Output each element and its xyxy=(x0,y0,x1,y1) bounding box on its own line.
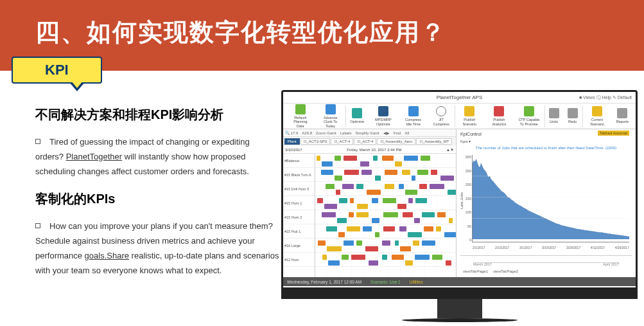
gantt-bar[interactable] xyxy=(436,226,441,231)
toolbar-refresh-planning-data[interactable]: Refresh Planning Data xyxy=(286,104,316,127)
gantt-bar[interactable] xyxy=(372,218,379,223)
gantt-bar[interactable] xyxy=(344,156,357,161)
gantt-bar[interactable] xyxy=(326,226,337,231)
gantt-bar[interactable] xyxy=(335,176,342,181)
gantt-bar[interactable] xyxy=(382,240,390,246)
tab-item[interactable]: O_Assembly_Aero xyxy=(377,138,415,145)
gantt-bar[interactable] xyxy=(444,232,456,237)
gantt-bar[interactable] xyxy=(383,226,395,231)
section2-link[interactable]: goals.Share xyxy=(85,251,129,260)
toolbar-ctp-capable-to-promise[interactable]: CTP Capable To Promise xyxy=(514,106,544,125)
toolbar-publish-scenario[interactable]: Publish Scenario xyxy=(455,106,485,125)
gantt-bar[interactable] xyxy=(399,184,404,189)
gantt-bar[interactable] xyxy=(404,156,418,161)
resource-row[interactable]: #15 Black Turn A xyxy=(283,168,315,182)
gantt-bar[interactable] xyxy=(399,226,406,231)
gantt-bar[interactable] xyxy=(385,184,394,189)
gantt-bar[interactable] xyxy=(395,161,402,167)
gantt-bar[interactable] xyxy=(446,260,451,266)
gantt-bar[interactable] xyxy=(405,260,413,266)
toolbar-optimize[interactable]: Optimize xyxy=(346,108,369,123)
gantt-bar[interactable] xyxy=(415,255,430,260)
gantt-bar[interactable] xyxy=(392,255,404,260)
resource-row[interactable]: #15 Horn 1 xyxy=(283,196,315,210)
gantt-bar[interactable] xyxy=(421,156,430,161)
tab-item[interactable]: O_ACT2-SP2 xyxy=(300,138,331,145)
gantt-bar[interactable] xyxy=(342,184,354,189)
resource-row[interactable]: #15 Drill Horn 5 xyxy=(283,182,315,196)
toolbar-redo[interactable]: Redo xyxy=(564,108,582,123)
gantt-bar[interactable] xyxy=(415,198,427,203)
gantt-bar[interactable] xyxy=(440,176,454,181)
gantt-bar[interactable] xyxy=(382,156,394,161)
toolbar-compress-idle-time[interactable]: Compress Idle Time xyxy=(399,106,429,125)
gantt-bar[interactable] xyxy=(322,161,333,167)
resource-row[interactable]: #16 Large xyxy=(283,239,315,253)
gantt-bar[interactable] xyxy=(338,232,345,237)
gantt-bar[interactable] xyxy=(419,184,427,189)
gantt-bar[interactable] xyxy=(430,184,444,189)
gantt-bar[interactable] xyxy=(375,232,379,237)
gantt-bar[interactable] xyxy=(356,184,363,189)
gantt-bar[interactable] xyxy=(356,212,369,217)
gantt-bar[interactable] xyxy=(383,212,398,217)
gantt-bar[interactable] xyxy=(365,246,378,251)
gantt-bar[interactable] xyxy=(318,240,326,246)
gantt-bar[interactable] xyxy=(349,212,354,217)
tab-item[interactable]: O_Assembly_MT xyxy=(416,138,452,145)
date-row[interactable]: 3/10/2017 Friday, March 10, 2017 2:44 PM… xyxy=(283,146,456,154)
tab-item[interactable]: O_ACT-4 xyxy=(354,138,376,145)
resource-row[interactable]: #Balance xyxy=(283,154,315,168)
gantt-bar[interactable] xyxy=(344,240,354,246)
gantt-bar[interactable] xyxy=(414,218,420,223)
gantt-bar[interactable] xyxy=(437,212,446,217)
footer-utilities[interactable]: Utilities xyxy=(410,280,423,284)
gantt-bar[interactable] xyxy=(405,190,417,195)
gantt-bar[interactable] xyxy=(321,170,333,175)
gantt-row[interactable] xyxy=(315,210,456,224)
toolbar-current-scenario[interactable]: Current Scenario xyxy=(582,106,612,125)
gantt-bar[interactable] xyxy=(413,240,419,246)
gantt-bar[interactable] xyxy=(408,232,422,237)
view-tabs[interactable]: viewTabPage1viewTabPage2 xyxy=(460,268,632,275)
gantt-bar[interactable] xyxy=(369,260,378,266)
resource-row[interactable]: #15 Hub 1 xyxy=(283,224,315,239)
kpi-dropdown[interactable]: Kpis ▾ xyxy=(460,138,632,145)
gantt-bar[interactable] xyxy=(367,190,381,195)
tab-item[interactable]: O_ACT-4 xyxy=(331,138,353,145)
gantt-row[interactable] xyxy=(315,154,456,168)
gantt-bar[interactable] xyxy=(324,204,337,209)
gantt-bar[interactable] xyxy=(424,226,433,231)
gantt-bar[interactable] xyxy=(375,176,381,181)
gantt-bar[interactable] xyxy=(422,240,435,246)
resource-row[interactable]: #12 Horn xyxy=(283,253,315,267)
gantt-bar[interactable] xyxy=(328,260,340,266)
gantt-bar[interactable] xyxy=(382,255,387,260)
gantt-row[interactable] xyxy=(315,168,456,182)
gantt-bar[interactable] xyxy=(337,218,347,223)
gantt-bar[interactable] xyxy=(395,240,399,246)
gantt-bar[interactable] xyxy=(449,218,453,223)
toolbar-undo[interactable]: Undo xyxy=(545,108,564,123)
gantt-bar[interactable] xyxy=(412,176,415,181)
gantt-bar[interactable] xyxy=(322,255,327,260)
gantt-bar[interactable] xyxy=(327,246,342,251)
toolbar-mps-mrp-optimize[interactable]: MPS/MRP Optimize xyxy=(369,106,399,125)
gantt-bar[interactable] xyxy=(400,246,411,251)
gantt-row[interactable] xyxy=(315,239,456,253)
gantt-bar[interactable] xyxy=(356,240,362,246)
toolbar-reports[interactable]: Reports xyxy=(613,108,633,123)
gantt-bar[interactable] xyxy=(373,156,378,161)
toolbar-publish-analytics[interactable]: Publish Analytics xyxy=(485,106,514,125)
gantt-bar[interactable] xyxy=(317,198,323,203)
view-options[interactable]: ■ Views ⓘ Help ✎ Default xyxy=(579,95,632,101)
gantt-row[interactable] xyxy=(315,253,456,267)
gantt-bar[interactable] xyxy=(351,255,365,260)
gantt-bar[interactable] xyxy=(397,204,406,209)
gantt-row[interactable] xyxy=(315,182,456,196)
gantt-bar[interactable] xyxy=(342,255,349,260)
gantt-bar[interactable] xyxy=(344,170,359,175)
resource-row[interactable]: #15 Horn 2 xyxy=(283,210,315,224)
gantt-bar[interactable] xyxy=(350,198,354,203)
gantt-bar[interactable] xyxy=(347,226,360,231)
